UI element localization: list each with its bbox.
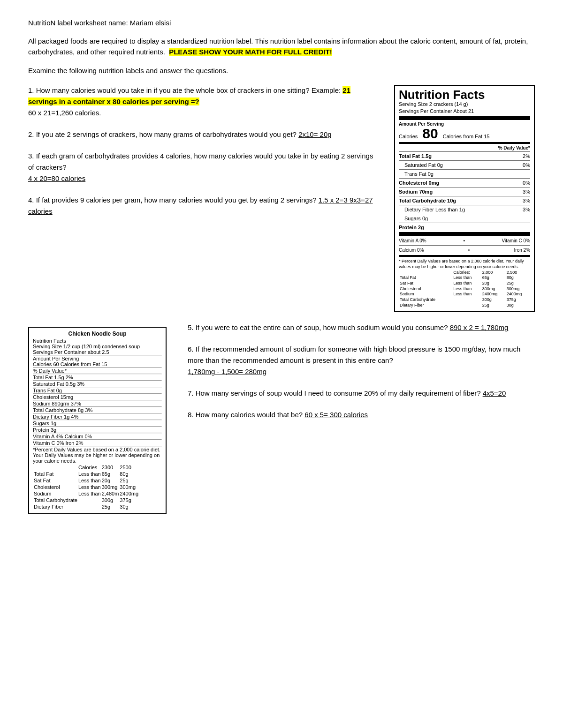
soup-nf-title: Nutrition Facts [33,338,162,344]
crackers-footnote-table: Calories: 2,000 2,500 Total Fat Less tha… [399,270,530,308]
q7-answer: 4x5=20 [483,389,506,397]
crackers-protein: Protein 2g [399,224,530,231]
title-label: NutritioN label worksheet name: [28,19,128,27]
intro-paragraph: All packaged foods are required to displ… [28,36,535,57]
soup-sugars: Sugars 1g [33,420,162,426]
soup-protein: Protein 3g [33,427,162,433]
q1-left-column: 1. How many calories would you take in i… [28,85,380,227]
bottom-section: Chicken Noodle Soup Nutrition Facts Serv… [28,322,535,514]
questions-5-8: 5. If you were to eat the entire can of … [188,322,535,431]
soup-nutrition-label: Chicken Noodle Soup Nutrition Facts Serv… [28,322,174,514]
crackers-calories-row: Calories 80 Calories from Fat 15 [399,127,530,141]
q2-answer: 2x10= 20g [298,130,331,138]
soup-cal-label: Calories [33,361,52,367]
q8-answer: 60 x 5= 300 calories [304,411,368,419]
crackers-nutrition-label: Nutrition Facts Serving Size 2 crackers … [394,85,535,312]
crackers-sugars: Sugars 0g [399,215,530,222]
crackers-serving-size: Serving Size 2 crackers (14 g) [399,101,530,108]
q4-text: 4. If fat provides 9 calories per gram, … [28,196,316,204]
soup-amount-per: Amount Per Serving [33,356,162,361]
q1-answer: 60 x 21=1,260 calories. [28,109,101,117]
question-7: 7. How many servings of soup would I nee… [188,388,535,399]
q8-text: 8. How many calories would that be? [188,411,303,419]
crackers-nf-title: Nutrition Facts [399,89,530,101]
question-5: 5. If you were to eat the entire can of … [188,322,535,333]
question-8: 8. How many calories would that be? 60 x… [188,409,535,420]
crackers-servings-per: Servings Per Container About 21 [399,108,530,115]
question-6: 6. If the recommended amount of sodium f… [188,344,535,377]
examine-line: Examine the following nutrition labels a… [28,66,535,76]
crackers-nutrition-box: Nutrition Facts Serving Size 2 crackers … [394,85,535,312]
crackers-amount-per: Amount Per Serving [399,121,530,127]
q3-text: 3. If each gram of carbohydrates provide… [28,152,373,171]
q7-text: 7. How many servings of soup would I nee… [188,389,481,397]
soup-cholesterol: Cholesterol 15mg [33,394,162,400]
soup-nutrition-box: Chicken Noodle Soup Nutrition Facts Serv… [28,327,167,514]
crackers-vitamins-row2: Calcium 0% • Iron 2% [399,247,530,254]
soup-footnote-table: Calories 2300 2500 Total Fat Less than 6… [33,464,139,510]
q6-text: 6. If the recommended amount of sodium f… [188,345,520,364]
question-3: 3. If each gram of carbohydrates provide… [28,150,380,184]
crackers-cal-fat: Calories from Fat 15 [443,134,490,139]
soup-serving-size: Serving Size 1/2 cup (120 ml) condensed … [33,344,162,349]
crackers-cal-label: Calories [399,134,418,139]
crackers-dv-header: % Daily Value* [399,145,530,150]
crackers-cal-value: 80 [422,127,438,141]
crackers-total-fat: Total Fat 1.5g 2% [399,153,530,159]
q3-answer: 4 x 20=80 calories [28,174,85,182]
soup-sat-fat: Saturated Fat 0.5g 3% [33,381,162,387]
soup-sodium: Sodium 890grm 37% [33,401,162,406]
crackers-vitamins-row1: Vitamin A 0% • Vitamin C 0% [399,237,530,244]
q1-text: 1. How many calories would you take in i… [28,86,341,94]
crackers-footnote: * Percent Daily Values are based on a 2,… [399,259,530,308]
crackers-sodium: Sodium 70mg 3% [399,188,530,195]
soup-cal-value: 60 [53,361,59,367]
soup-footnote: *Percent Daily Values are based on a 2,0… [33,447,162,510]
soup-vitamins-row1: Vitamin A 4% Calcium 0% [33,434,162,439]
soup-total-carb: Total Carbohydrate 8g 3% [33,407,162,413]
soup-servings-per: Servings Per Container about 2.5 [33,349,162,355]
q5-answer: 890 x 2 = 1,780mg [450,323,509,331]
soup-total-fat: Total Fat 1.5g 2% [33,375,162,380]
soup-dv-header: % Daily Value* [33,368,162,374]
q5-text: 5. If you were to eat the entire can of … [188,323,448,331]
question-1: 1. How many calories would you take in i… [28,85,380,119]
question-4: 4. If fat provides 9 calories per gram, … [28,195,380,217]
soup-trans-fat: Trans Fat 0g [33,388,162,393]
question-2: 2. If you ate 2 servings of crackers, ho… [28,129,380,140]
soup-calories-row: Calories 60 Calories from Fat 15 [33,361,162,367]
q6-answer: 1,780mg - 1,500= 280mg [188,368,266,375]
q1-section: 1. How many calories would you take in i… [28,85,535,312]
q2-text: 2. If you ate 2 servings of crackers, ho… [28,130,297,138]
crackers-trans-fat: Trans Fat 0g [399,171,530,177]
soup-cal-fat: Calories from Fat 15 [61,361,107,367]
soup-dietary-fiber: Dietary Fiber 1g 4% [33,414,162,420]
crackers-sat-fat: Saturated Fat 0g 0% [399,162,530,168]
soup-banner: Chicken Noodle Soup [33,330,162,337]
crackers-dietary-fiber: Dietary Fiber Less than 1g 3% [399,206,530,213]
student-name: Mariam elsisi [130,19,171,27]
crackers-total-carb: Total Carbohydrate 10g 3% [399,197,530,204]
page-title: NutritioN label worksheet name: Mariam e… [28,19,535,27]
highlight-text: PLEASE SHOW YOUR MATH FOR FULL CREDIT! [169,48,332,56]
soup-vitamins-row2: Vitamin C 0% Iron 2% [33,440,162,446]
crackers-cholesterol: Cholesterol 0mg 0% [399,180,530,186]
